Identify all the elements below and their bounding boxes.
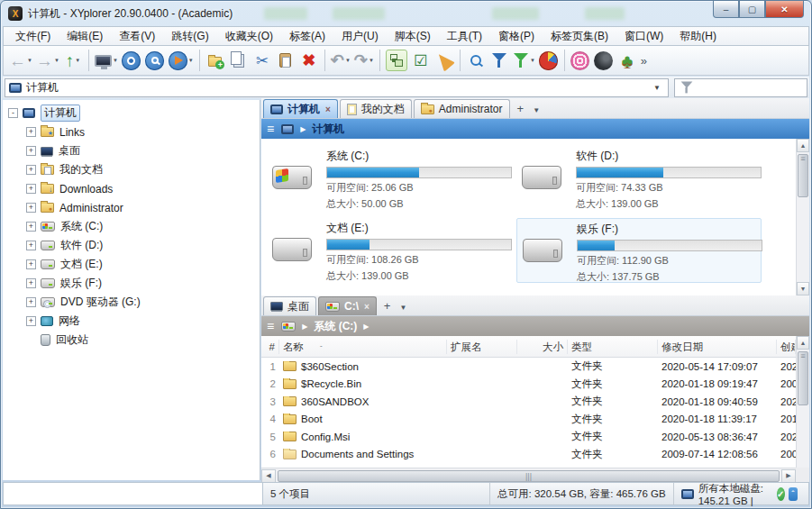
- up-dropdown-icon[interactable]: ▼: [75, 58, 80, 63]
- folder-view-button[interactable]: ♣: [616, 48, 639, 73]
- address-bar[interactable]: 计算机 ▼: [5, 78, 669, 97]
- menu-tags[interactable]: 标签(A): [281, 27, 333, 46]
- tab-list-dropdown-icon[interactable]: ▼: [529, 106, 543, 118]
- zoom-button[interactable]: [143, 48, 167, 73]
- cut-button[interactable]: ✂: [251, 48, 274, 73]
- copy-button[interactable]: [227, 48, 251, 73]
- menu-scripting[interactable]: 脚本(S): [387, 27, 439, 46]
- file-row[interactable]: 6Documents and Settings文件夹2009-07-14 12:…: [261, 446, 809, 462]
- spot-a-dupe-button[interactable]: [569, 48, 592, 73]
- tree-panel-toggle-button[interactable]: [384, 48, 409, 73]
- breadcrumb-separator-icon[interactable]: ▶: [363, 323, 369, 331]
- tree-item-drive-d[interactable]: +软件 (D:): [26, 236, 260, 255]
- new-tab-button[interactable]: +: [379, 299, 397, 315]
- ok-check-icon[interactable]: ✓: [777, 487, 785, 501]
- file-list-scrollbar[interactable]: ▲: [796, 336, 809, 468]
- tab-computer[interactable]: 计算机×: [263, 99, 338, 118]
- tree-toggle[interactable]: +: [26, 259, 36, 269]
- close-button[interactable]: ✕: [765, 1, 804, 18]
- tree-toggle[interactable]: +: [26, 184, 36, 194]
- drive-tile-c[interactable]: 系统 (C:) 可用空间: 25.06 GB 总大小: 50.00 GB: [267, 146, 512, 211]
- file-list-hscrollbar[interactable]: ◀ ||| ▶: [261, 468, 796, 483]
- dark-mode-button[interactable]: [592, 48, 616, 73]
- scroll-left-icon[interactable]: ◀: [261, 469, 276, 483]
- tree-item-drive-f[interactable]: +娱乐 (F:): [26, 274, 260, 293]
- tree-toggle[interactable]: +: [26, 222, 36, 232]
- tree-item-dvd-g[interactable]: +DVD 驱动器 (G:): [26, 293, 260, 312]
- col-size[interactable]: 大小: [517, 340, 568, 354]
- toolbar-overflow-button[interactable]: »: [641, 54, 647, 68]
- file-row[interactable]: 1$360Section文件夹2020-05-14 17:09:072020-: [261, 358, 809, 376]
- scroll-down-icon[interactable]: ▼: [797, 282, 809, 295]
- file-row[interactable]: 3360SANDBOX文件夹2020-01-18 09:40:592020-: [261, 393, 809, 411]
- tab-close-icon[interactable]: ×: [325, 105, 331, 114]
- forward-button[interactable]: →▼: [34, 48, 61, 73]
- desktop-button[interactable]: ▼: [93, 48, 120, 73]
- tree-toggle[interactable]: +: [26, 165, 36, 175]
- menu-help[interactable]: 帮助(H): [671, 27, 725, 46]
- tree-item-recycle-bin[interactable]: 回收站: [26, 331, 260, 350]
- drive-tile-d[interactable]: 软件 (D:) 可用空间: 74.33 GB 总大小: 139.00 GB: [516, 146, 762, 211]
- minimize-button[interactable]: –: [713, 1, 739, 18]
- pie-stats-button[interactable]: [537, 48, 561, 73]
- tree-item-computer[interactable]: -计算机: [8, 104, 260, 123]
- scroll-up-icon[interactable]: ▲: [797, 336, 809, 350]
- undo-dropdown-icon[interactable]: ▼: [345, 58, 351, 63]
- system-drive-icon[interactable]: [281, 322, 296, 332]
- title-bar[interactable]: X 计算机 - XYplorer 20.90.0400 - (Academic)…: [1, 1, 811, 26]
- menu-window[interactable]: 窗口(W): [616, 27, 671, 46]
- tree-toggle[interactable]: +: [26, 146, 36, 156]
- go-button[interactable]: ▼: [167, 48, 196, 73]
- back-dropdown-icon[interactable]: ▼: [27, 58, 32, 63]
- scroll-right-icon[interactable]: ▶: [781, 469, 796, 483]
- tree-item-my-documents[interactable]: +我的文档: [26, 160, 260, 179]
- filter-input[interactable]: [674, 78, 807, 97]
- computer-icon[interactable]: [281, 124, 294, 134]
- back-button[interactable]: ←▼: [7, 48, 34, 73]
- tab-list-dropdown-icon[interactable]: ▼: [396, 304, 410, 315]
- scrollbar-thumb[interactable]: |||: [278, 470, 780, 482]
- file-row[interactable]: 4Boot文件夹2020-01-18 11:39:172015-: [261, 411, 809, 429]
- tree-toggle[interactable]: +: [26, 127, 36, 137]
- tree-item-network[interactable]: +网络: [26, 312, 260, 331]
- menu-panes[interactable]: 窗格(P): [490, 27, 543, 46]
- tab-administrator[interactable]: Administrator: [414, 99, 510, 118]
- checkbox-mode-button[interactable]: ☑: [409, 48, 433, 73]
- scrollbar-thumb[interactable]: [798, 351, 808, 405]
- menu-file[interactable]: 文件(F): [7, 27, 59, 46]
- col-name[interactable]: 名称ˆ: [279, 340, 447, 354]
- collapse-up-icon[interactable]: ˆ: [789, 487, 798, 501]
- tab-desktop[interactable]: 桌面: [263, 296, 316, 315]
- tree-item-drive-e[interactable]: +文档 (E:): [26, 255, 260, 274]
- menu-edit[interactable]: 编辑(E): [59, 27, 111, 46]
- tree-item-administrator[interactable]: +Administrator: [26, 198, 260, 217]
- file-row[interactable]: 5Config.Msi文件夹2020-05-13 08:36:472020-: [261, 428, 809, 446]
- tree-toggle[interactable]: +: [26, 241, 36, 250]
- new-folder-button[interactable]: +: [204, 48, 227, 73]
- desktop-dropdown-icon[interactable]: ▼: [113, 58, 118, 63]
- address-value[interactable]: 计算机: [26, 80, 650, 95]
- drive-tile-f[interactable]: 娱乐 (F:) 可用空间: 112.90 GB 总大小: 137.75 GB: [516, 218, 762, 283]
- maximize-button[interactable]: ▢: [739, 1, 765, 18]
- tree-item-drive-c[interactable]: +系统 (C:): [26, 217, 260, 236]
- tree-item-desktop[interactable]: +桌面: [26, 141, 260, 160]
- forward-dropdown-icon[interactable]: ▼: [54, 58, 59, 63]
- tree-toggle[interactable]: +: [26, 316, 36, 326]
- col-ext[interactable]: 扩展名: [447, 340, 517, 354]
- menu-go[interactable]: 跳转(G): [163, 27, 216, 46]
- col-index[interactable]: #: [261, 340, 279, 354]
- menu-view[interactable]: 查看(V): [111, 27, 163, 46]
- col-modified[interactable]: 修改日期: [658, 340, 777, 354]
- undo-button[interactable]: ↶▼: [329, 48, 352, 73]
- redo-dropdown-icon[interactable]: ▼: [369, 58, 374, 63]
- find-files-button[interactable]: [464, 48, 488, 73]
- menu-tools[interactable]: 工具(T): [439, 27, 490, 46]
- file-row[interactable]: 2$Recycle.Bin文件夹2020-01-18 09:19:472009-: [261, 376, 809, 394]
- tree-toggle[interactable]: +: [26, 278, 36, 288]
- paste-button[interactable]: [274, 48, 297, 73]
- pizza-button[interactable]: [433, 48, 456, 73]
- address-dropdown-icon[interactable]: ▼: [650, 84, 664, 92]
- filter-button[interactable]: [488, 48, 511, 73]
- tree-toggle[interactable]: +: [26, 297, 36, 307]
- redo-button[interactable]: ↷▼: [352, 48, 376, 73]
